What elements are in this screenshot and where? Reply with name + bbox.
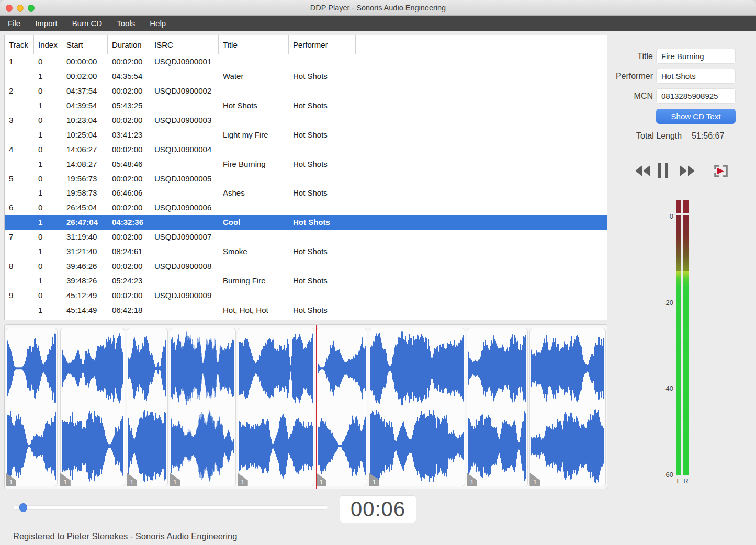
performer-field[interactable]: [656, 69, 736, 84]
menu-item-import[interactable]: Import: [35, 19, 58, 28]
zoom-button[interactable]: [28, 5, 35, 12]
table-row[interactable]: 8039:46:2600:02:00USQDJ0900008: [5, 258, 607, 273]
minimize-button[interactable]: [17, 5, 24, 12]
table-row[interactable]: 9045:12:4900:02:00USQDJ0900009: [5, 288, 607, 302]
table-cell: [289, 230, 356, 244]
table-cell: 1: [34, 215, 62, 230]
table-cell: [356, 288, 607, 302]
table-cell: USQDJ0900002: [150, 84, 219, 98]
column-header-filler: [356, 35, 607, 54]
table-cell: [356, 98, 607, 113]
table-row[interactable]: 110:25:0403:41:23Light my FireHot Shots: [5, 127, 607, 142]
column-header-title[interactable]: Title: [219, 35, 289, 54]
table-cell: 05:24:23: [108, 273, 150, 288]
table-cell: [356, 273, 607, 288]
waveform-track-card[interactable]: 1: [60, 328, 125, 486]
table-row[interactable]: 104:39:5405:43:25Hot ShotsHot Shots: [5, 98, 607, 113]
table-cell: 39:46:26: [62, 258, 108, 273]
meter-tick-label: -20: [658, 299, 673, 306]
menu-item-help[interactable]: Help: [150, 19, 166, 28]
menu-item-burn-cd[interactable]: Burn CD: [72, 19, 103, 28]
table-cell: 00:02:00: [108, 258, 150, 273]
waveform-overview[interactable]: 111111111: [4, 324, 607, 489]
table-cell: [150, 186, 219, 200]
slider-knob[interactable]: [19, 503, 27, 512]
table-row[interactable]: 114:08:2705:48:46Fire BurningHot Shots: [5, 156, 607, 171]
table-row[interactable]: 119:58:7306:46:06AshesHot Shots: [5, 186, 607, 200]
waveform-track-card[interactable]: 1: [127, 328, 168, 486]
table-row[interactable]: 139:48:2605:24:23Burning FireHot Shots: [5, 273, 607, 288]
column-header-start[interactable]: Start: [62, 35, 108, 54]
table-cell: [289, 171, 356, 186]
table-row[interactable]: 6026:45:0400:02:00USQDJ0900006: [5, 200, 607, 215]
close-button[interactable]: [6, 5, 13, 12]
table-cell: USQDJ0900003: [150, 113, 219, 128]
meter-tick-label: 0: [658, 213, 673, 220]
table-cell: 45:14:49: [62, 302, 108, 317]
meter-tick-label: -40: [658, 385, 673, 392]
table-cell: USQDJ0900007: [150, 230, 219, 244]
table-cell: 03:41:23: [108, 127, 150, 142]
table-cell: [219, 113, 289, 128]
table-cell: 00:02:00: [108, 113, 150, 128]
table-body: 1000:00:0000:02:00USQDJ0900001100:02:000…: [5, 54, 607, 317]
table-cell: 04:39:54: [62, 98, 108, 113]
waveform-track-card[interactable]: 1: [316, 328, 367, 486]
table-cell: 4: [5, 142, 34, 156]
waveform-track-card[interactable]: 1: [529, 328, 606, 486]
show-cd-text-button[interactable]: Show CD Text: [656, 109, 736, 124]
waveform-track-card[interactable]: 1: [170, 328, 235, 486]
clip-indicator-right: [683, 200, 689, 213]
column-header-performer[interactable]: Performer: [289, 35, 356, 54]
table-row[interactable]: 5019:56:7300:02:00USQDJ0900005: [5, 171, 607, 186]
column-header-track[interactable]: Track: [5, 35, 34, 54]
table-row[interactable]: 4014:06:2700:02:00USQDJ0900004: [5, 142, 607, 156]
table-row[interactable]: 7031:19:4000:02:00USQDJ0900007: [5, 230, 607, 244]
table-row[interactable]: 145:14:4906:42:18Hot, Hot, HotHot Shots: [5, 302, 607, 317]
position-slider[interactable]: [13, 505, 328, 510]
table-cell: [356, 171, 607, 186]
fast-forward-button[interactable]: [679, 164, 696, 177]
mcn-field[interactable]: [656, 88, 736, 104]
column-header-duration[interactable]: Duration: [108, 35, 150, 54]
column-header-index[interactable]: Index: [34, 35, 62, 54]
waveform-track-card[interactable]: 1: [238, 328, 314, 486]
table-cell: 31:19:40: [62, 230, 108, 244]
table-row[interactable]: 131:21:4008:24:61SmokeHot Shots: [5, 244, 607, 259]
table-cell: 1: [34, 186, 62, 200]
rewind-button[interactable]: [634, 164, 651, 177]
table-cell: [289, 200, 356, 215]
menu-item-file[interactable]: File: [8, 19, 20, 28]
table-row[interactable]: 100:02:0004:35:54WaterHot Shots: [5, 69, 607, 84]
waveform-canvas: [468, 330, 526, 485]
table-cell: Water: [219, 69, 289, 84]
table-row[interactable]: 1000:00:0000:02:00USQDJ0900001: [5, 54, 607, 69]
table-cell: 05:48:46: [108, 156, 150, 171]
table-cell: Hot Shots: [289, 98, 356, 113]
column-header-isrc[interactable]: ISRC: [150, 35, 219, 54]
table-cell: [150, 156, 219, 171]
waveform-track-card[interactable]: 1: [6, 328, 58, 486]
title-field-label: Title: [576, 52, 653, 61]
table-cell: 0: [34, 288, 62, 302]
table-cell: Hot Shots: [289, 273, 356, 288]
table-cell: [356, 54, 607, 69]
table-cell: [219, 171, 289, 186]
table-cell: 2: [5, 84, 34, 98]
table-row[interactable]: 3010:23:0400:02:00USQDJ0900003: [5, 113, 607, 128]
table-cell: [356, 127, 607, 142]
table-row-selected[interactable]: 126:47:0404:32:36CoolHot Shots: [5, 215, 607, 230]
title-field[interactable]: [656, 49, 736, 64]
waveform-canvas: [7, 330, 56, 485]
table-row[interactable]: 2004:37:5400:02:00USQDJ0900002: [5, 84, 607, 98]
table-cell: 00:02:00: [108, 84, 150, 98]
table-cell: 3: [5, 113, 34, 128]
table-cell: 0: [34, 258, 62, 273]
menu-item-tools[interactable]: Tools: [117, 19, 135, 28]
table-cell: [5, 273, 34, 288]
play-between-markers-button[interactable]: [713, 162, 729, 180]
waveform-track-card[interactable]: 1: [369, 328, 465, 486]
waveform-track-card[interactable]: 1: [467, 328, 528, 486]
table-cell: Hot Shots: [289, 127, 356, 142]
pause-button[interactable]: [658, 163, 668, 178]
